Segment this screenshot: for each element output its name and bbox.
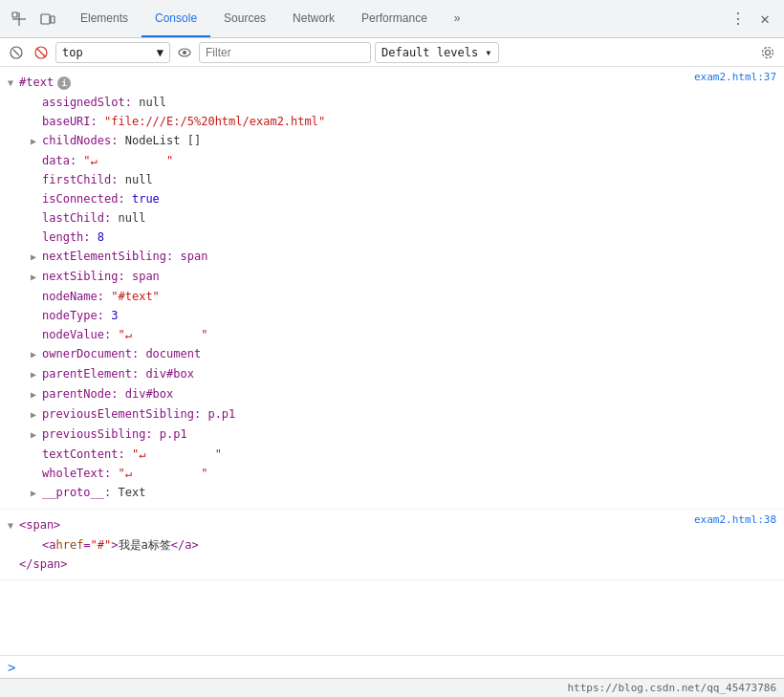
clear-console-button[interactable] xyxy=(6,42,27,63)
context-dropdown-arrow: ▼ xyxy=(157,46,163,59)
tree-row: isConnected: true xyxy=(0,189,784,208)
tree-row[interactable]: previousSibling: p.p1 xyxy=(0,425,784,445)
svg-point-10 xyxy=(183,51,186,54)
svg-rect-0 xyxy=(12,12,17,17)
console-prompt[interactable]: > xyxy=(0,655,784,678)
toolbar-left-icons xyxy=(0,8,67,31)
prompt-symbol: > xyxy=(8,660,15,675)
console-output: exam2.html:37 #text i assignedSlot: null… xyxy=(0,67,784,655)
eye-button[interactable] xyxy=(174,42,195,63)
context-selector[interactable]: top ▼ xyxy=(55,42,170,63)
tab-console[interactable]: Console xyxy=(142,0,210,37)
settings-button[interactable] xyxy=(757,42,778,63)
collapse-arrow[interactable] xyxy=(31,133,40,150)
collapse-arrow[interactable] xyxy=(31,386,40,403)
collapse-arrow[interactable] xyxy=(31,406,40,424)
tree-row[interactable]: parentNode: div#box xyxy=(0,384,784,404)
object-header-label: #text xyxy=(19,74,54,91)
device-toggle-button[interactable] xyxy=(36,8,59,31)
tree-row[interactable]: ownerDocument: document xyxy=(0,344,784,364)
status-url: https://blog.csdn.net/qq_45473786 xyxy=(567,682,776,694)
levels-label: Default levels ▾ xyxy=(381,46,492,59)
status-bar: https://blog.csdn.net/qq_45473786 xyxy=(0,678,784,697)
tree-row: length: 8 xyxy=(0,228,784,247)
svg-line-8 xyxy=(37,48,46,56)
toolbar-right: ⋮ ✕ xyxy=(727,8,784,31)
devtools-toolbar: Elements Console Sources Network Perform… xyxy=(0,0,784,38)
tab-more[interactable]: » xyxy=(441,0,474,37)
entry2-file-link[interactable]: exam2.html:38 xyxy=(694,513,776,526)
main-tabs: Elements Console Sources Network Perform… xyxy=(67,0,474,37)
collapse-arrow[interactable] xyxy=(31,426,40,444)
svg-rect-4 xyxy=(51,16,54,23)
svg-point-11 xyxy=(766,50,771,54)
object-tree: #text i assignedSlot: null baseURI: "fil… xyxy=(0,69,784,507)
expand-arrow[interactable] xyxy=(8,517,17,534)
log-levels-selector[interactable]: Default levels ▾ xyxy=(375,42,499,63)
console-entry-text-node: exam2.html:37 #text i assignedSlot: null… xyxy=(0,67,784,510)
collapse-arrow[interactable] xyxy=(31,249,40,266)
tab-elements[interactable]: Elements xyxy=(67,0,142,37)
inspect-element-button[interactable] xyxy=(8,8,31,31)
tab-sources[interactable]: Sources xyxy=(210,0,279,37)
span-tree: <span> <a href = "#" > 我是a标签 </a> </span… xyxy=(0,512,784,577)
tree-row[interactable]: childNodes: NodeList [] xyxy=(0,131,784,151)
tree-row: nodeType: 3 xyxy=(0,306,784,325)
tree-row[interactable]: __proto__: Text xyxy=(0,483,784,503)
span-header-row[interactable]: <span> xyxy=(0,515,784,535)
tab-network[interactable]: Network xyxy=(279,0,348,37)
console-toolbar: top ▼ Default levels ▾ xyxy=(0,38,784,67)
svg-point-12 xyxy=(763,47,773,57)
svg-rect-3 xyxy=(41,14,50,24)
more-options-button[interactable]: ⋮ xyxy=(727,8,750,31)
entry1-file-link[interactable]: exam2.html:37 xyxy=(694,71,776,83)
collapse-arrow[interactable] xyxy=(31,366,40,383)
span-close-row: </span> xyxy=(0,555,784,574)
tree-row: wholeText: "↵ " xyxy=(0,464,784,483)
svg-line-6 xyxy=(13,50,19,55)
collapse-arrow[interactable] xyxy=(31,269,40,286)
span-content-row: <a href = "#" > 我是a标签 </a> xyxy=(0,535,784,555)
expand-arrow[interactable] xyxy=(8,75,17,92)
console-entry-span: exam2.html:38 <span> <a href = "#" > 我是a… xyxy=(0,510,784,580)
tab-performance[interactable]: Performance xyxy=(348,0,441,37)
info-icon[interactable]: i xyxy=(57,76,71,90)
context-value: top xyxy=(62,46,83,59)
tree-row: baseURI: "file:///E:/5%20html/exam2.html… xyxy=(0,112,784,131)
close-devtools-button[interactable]: ✕ xyxy=(753,8,776,31)
tree-row[interactable]: previousElementSibling: p.p1 xyxy=(0,404,784,425)
collapse-arrow[interactable] xyxy=(31,346,40,363)
tree-row: lastChild: null xyxy=(0,208,784,228)
tree-row: data: "↵ " xyxy=(0,151,784,170)
tree-row: textContent: "↵ " xyxy=(0,445,784,464)
collapse-arrow[interactable] xyxy=(31,485,40,502)
tree-row[interactable]: nextSibling: span xyxy=(0,267,784,287)
tree-row: assignedSlot: null xyxy=(0,93,784,112)
tree-row[interactable]: nextElementSibling: span xyxy=(0,247,784,267)
tree-row: nodeName: "#text" xyxy=(0,287,784,306)
tree-row: firstChild: null xyxy=(0,170,784,189)
tree-row: nodeValue: "↵ " xyxy=(0,325,784,344)
ban-button[interactable] xyxy=(31,42,52,63)
filter-input[interactable] xyxy=(199,42,371,63)
object-header-row[interactable]: #text i xyxy=(0,73,784,93)
tree-row[interactable]: parentElement: div#box xyxy=(0,364,784,384)
